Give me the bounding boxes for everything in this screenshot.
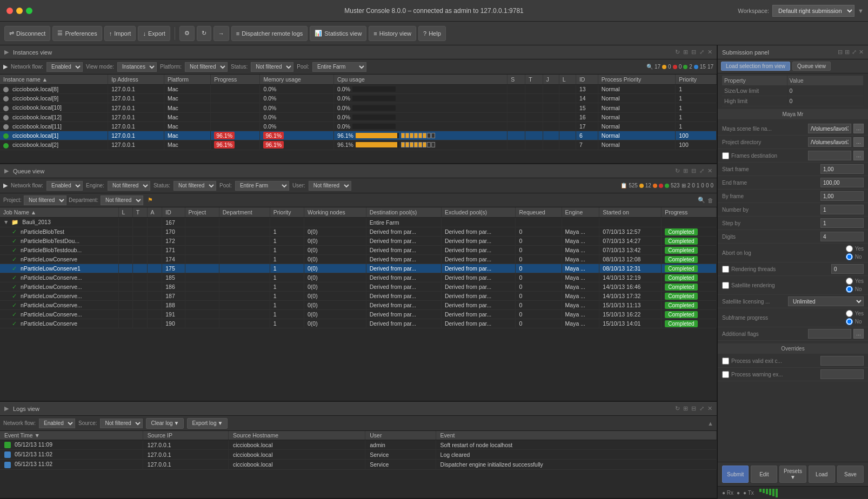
queue-settings-icon[interactable]: ⊟ bbox=[691, 167, 696, 174]
digits-input[interactable] bbox=[820, 232, 864, 241]
queue-network-select[interactable]: Enabled bbox=[46, 181, 83, 191]
workspace-select[interactable]: Default right submission bbox=[772, 5, 854, 17]
queue-delete-icon[interactable]: 🗑 bbox=[707, 197, 713, 204]
col-priority[interactable]: Priority bbox=[676, 75, 717, 85]
qcol-name[interactable]: Job Name ▲ bbox=[0, 207, 118, 218]
arrow-button[interactable]: → bbox=[213, 26, 229, 41]
sub-close-icon[interactable]: ✕ bbox=[859, 49, 864, 56]
col-t[interactable]: T bbox=[525, 75, 543, 85]
instance-row[interactable]: cicciobook.local[11] 127.0.0.1 Mac 0.0% … bbox=[0, 122, 717, 131]
queue-search-icon[interactable]: 🔍 bbox=[698, 197, 705, 204]
queue-user-select[interactable]: Not filtered bbox=[309, 181, 351, 191]
expand-icon[interactable]: ⤢ bbox=[699, 49, 704, 56]
qcol-engine[interactable]: Engine bbox=[562, 207, 599, 218]
status-select[interactable]: Not filtered bbox=[251, 62, 293, 72]
col-platform[interactable]: Platform bbox=[164, 75, 210, 85]
close-button[interactable] bbox=[6, 8, 13, 14]
logs-network-select[interactable]: Enabled bbox=[39, 419, 75, 428]
qcol-excl[interactable]: Excluded pool(s) bbox=[441, 207, 516, 218]
qcol-l[interactable]: L bbox=[118, 207, 132, 218]
rendering-threads-checkbox[interactable] bbox=[722, 266, 729, 273]
queue-fold-icon[interactable]: ▶ bbox=[4, 167, 9, 174]
qcol-dept[interactable]: Department bbox=[219, 207, 270, 218]
instance-row[interactable]: cicciobook.local[1] 127.0.0.1 Mac 96.1% … bbox=[0, 131, 717, 140]
submit-button[interactable]: Submit bbox=[722, 466, 749, 483]
help-button[interactable]: ? Help bbox=[418, 26, 446, 41]
fold-arrow-icon[interactable]: ▶ bbox=[4, 49, 9, 56]
col-s[interactable]: S bbox=[508, 75, 525, 85]
minimize-button[interactable] bbox=[16, 8, 23, 14]
queue-row[interactable]: ✓ nParticleLowConserve 174 1 0(0) Derive… bbox=[0, 255, 717, 264]
additional-flags-browse-button[interactable]: … bbox=[853, 329, 864, 339]
additional-flags-input[interactable] bbox=[808, 329, 851, 339]
instance-row[interactable]: cicciobook.local[8] 127.0.0.1 Mac 0.0% 0… bbox=[0, 85, 717, 94]
rendering-threads-input[interactable] bbox=[831, 264, 864, 274]
settings-button[interactable]: ⚙ bbox=[179, 26, 195, 41]
qcol-a[interactable]: A bbox=[147, 207, 162, 218]
sub-expand-icon[interactable]: ⤢ bbox=[852, 49, 857, 56]
queue-engine-select[interactable]: Not filtered bbox=[108, 181, 150, 191]
columns-icon[interactable]: ⊞ bbox=[683, 49, 688, 56]
edit-button[interactable]: Edit bbox=[751, 466, 777, 483]
refresh-icon[interactable]: ↻ bbox=[675, 49, 680, 56]
queue-row[interactable]: ▼ 📁 Bauli_2013 167 Entire Farm bbox=[0, 218, 717, 227]
queue-row[interactable]: ✓ nParticleLowConserve... 185 1 0(0) Der… bbox=[0, 273, 717, 282]
override1-checkbox[interactable] bbox=[722, 358, 729, 365]
statistics-button[interactable]: 📊 Statistics view bbox=[310, 26, 366, 41]
refresh-button[interactable]: ↻ bbox=[197, 26, 211, 41]
platform-select[interactable]: Not filtered bbox=[185, 62, 228, 72]
network-flow-select[interactable]: Enabled bbox=[46, 62, 83, 72]
qcol-req[interactable]: Requeued bbox=[516, 207, 562, 218]
save-button[interactable]: Save bbox=[837, 466, 864, 483]
override2-checkbox[interactable] bbox=[722, 371, 729, 378]
dept-select[interactable]: Not filtered bbox=[101, 195, 143, 205]
export-log-button[interactable]: Export log ▼ bbox=[187, 418, 228, 429]
logs-close-icon[interactable]: ✕ bbox=[707, 405, 712, 412]
queue-row[interactable]: ✓ nParticleLowConserve... 186 1 0(0) Der… bbox=[0, 282, 717, 292]
queue-close-icon[interactable]: ✕ bbox=[707, 167, 712, 174]
col-instance-name[interactable]: Instance name ▲ bbox=[0, 75, 108, 85]
satellite-no-radio[interactable]: No bbox=[846, 286, 864, 293]
maya-scene-browse-button[interactable]: … bbox=[853, 124, 864, 133]
satellite-yes-radio[interactable]: Yes bbox=[846, 278, 864, 285]
settings-icon[interactable]: ⊟ bbox=[691, 49, 696, 56]
satellite-rendering-checkbox[interactable] bbox=[722, 282, 729, 289]
logs-expand-toggle[interactable]: ▲ bbox=[707, 420, 713, 427]
qcol-started[interactable]: Started on bbox=[599, 207, 662, 218]
log-row[interactable]: 05/12/13 11:02 127.0.0.1 cicciobook.loca… bbox=[0, 460, 717, 469]
frames-dest-input[interactable] bbox=[808, 151, 851, 160]
queue-row[interactable]: ✓ nParticleBlobTest 170 1 0(0) Derived f… bbox=[0, 227, 717, 237]
queue-row[interactable]: ✓ nParticleLowConserve 190 1 0(0) Derive… bbox=[0, 319, 717, 328]
frames-dest-checkbox[interactable] bbox=[722, 152, 729, 159]
qcol-progress[interactable]: Progress bbox=[662, 207, 717, 218]
start-frame-input[interactable] bbox=[820, 164, 864, 174]
project-dir-browse-button[interactable]: … bbox=[853, 137, 864, 147]
expand-arrow-icon[interactable]: ▶ bbox=[3, 63, 8, 70]
qcol-id[interactable]: ID bbox=[162, 207, 185, 218]
col-cpu[interactable]: Cpu usage bbox=[334, 75, 508, 85]
qcol-project[interactable]: Project bbox=[185, 207, 219, 218]
queue-row[interactable]: ✓ nParticleBlobTestDou... 172 1 0(0) Der… bbox=[0, 237, 717, 246]
step-by-input[interactable] bbox=[820, 218, 864, 228]
override2-input[interactable] bbox=[820, 369, 864, 379]
log-row[interactable]: 05/12/13 11:02 127.0.0.1 cicciobook.loca… bbox=[0, 450, 717, 460]
maximize-button[interactable] bbox=[26, 8, 32, 14]
queue-columns-icon[interactable]: ⊞ bbox=[683, 167, 688, 174]
number-by-input[interactable] bbox=[820, 205, 864, 214]
queue-status-select[interactable]: Not filtered bbox=[173, 181, 216, 191]
queue-refresh-icon[interactable]: ↻ bbox=[675, 167, 680, 174]
col-memory[interactable]: Memory usage bbox=[260, 75, 334, 85]
col-ip[interactable]: Ip Address bbox=[108, 75, 164, 85]
lcol-time[interactable]: Event Time ▼ bbox=[0, 431, 143, 440]
queue-row[interactable]: ✓ nParticleLowConserve1 175 1 0(0) Deriv… bbox=[0, 264, 717, 273]
pool-select[interactable]: Entire Farm bbox=[312, 62, 366, 72]
import-button[interactable]: ↑ Import bbox=[104, 26, 136, 41]
lcol-host[interactable]: Source Hostname bbox=[228, 431, 365, 440]
load-button[interactable]: Load bbox=[809, 466, 835, 483]
instance-row[interactable]: cicciobook.local[10] 127.0.0.1 Mac 0.0% … bbox=[0, 103, 717, 112]
abort-yes-radio[interactable]: Yes bbox=[846, 245, 864, 252]
queue-expand-icon[interactable]: ⤢ bbox=[699, 167, 704, 174]
project-select[interactable]: Not filtered bbox=[24, 195, 66, 205]
log-row[interactable]: 05/12/13 11:09 127.0.0.1 cicciobook.loca… bbox=[0, 440, 717, 450]
sub-settings-icon[interactable]: ⊟ bbox=[838, 49, 843, 56]
